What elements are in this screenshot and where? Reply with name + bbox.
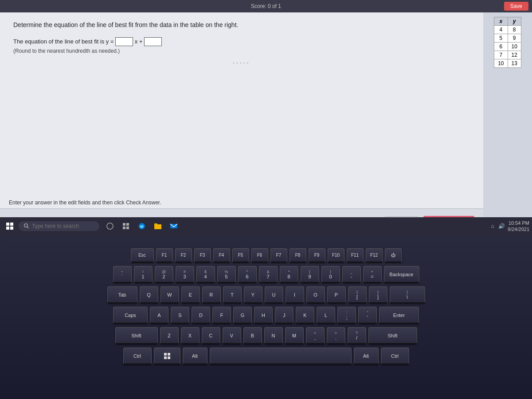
key-3[interactable]: #3	[176, 266, 194, 283]
key-ctrl-left[interactable]: Ctrl	[123, 348, 152, 364]
key-7[interactable]: &7	[259, 266, 278, 283]
key-f1[interactable]: F1	[156, 248, 173, 262]
key-shift-right[interactable]: Shift	[368, 327, 417, 344]
key-f10[interactable]: F10	[328, 248, 344, 262]
taskbar-browser-icon[interactable]	[135, 219, 149, 233]
taskbar-search-box[interactable]	[19, 221, 99, 231]
table-cell-x: 6	[494, 43, 508, 51]
key-u[interactable]: U	[265, 286, 283, 303]
key-space[interactable]	[210, 348, 352, 364]
key-8[interactable]: *8	[280, 266, 298, 283]
key-alt-right[interactable]: Alt	[354, 348, 379, 364]
key-z[interactable]: Z	[160, 327, 179, 344]
key-esc[interactable]: Esc	[131, 248, 154, 262]
key-d[interactable]: D	[192, 307, 210, 324]
key-quote[interactable]: "'	[358, 307, 377, 324]
start-button[interactable]	[3, 219, 17, 233]
col-x-header: x	[494, 17, 508, 26]
hint-text: Enter your answer in the edit fields and…	[0, 197, 483, 208]
taskbar-mail-icon[interactable]	[167, 219, 181, 233]
key-a[interactable]: A	[150, 307, 168, 324]
key-f4[interactable]: F4	[213, 248, 230, 262]
key-w[interactable]: W	[160, 286, 179, 303]
equation-input-intercept[interactable]	[144, 37, 162, 46]
table-cell-y: 13	[508, 59, 521, 68]
key-v[interactable]: V	[223, 327, 241, 344]
key-5[interactable]: %5	[217, 266, 236, 283]
key-n[interactable]: N	[264, 327, 283, 344]
key-k[interactable]: K	[296, 307, 314, 324]
keyboard-bottom-row: Ctrl Alt Alt Ctrl	[123, 348, 409, 364]
taskbar-folder-icon[interactable]	[151, 219, 165, 233]
key-minus[interactable]: _-	[342, 266, 361, 283]
key-j[interactable]: J	[275, 307, 293, 324]
key-bracket-close[interactable]: }]	[369, 286, 387, 303]
key-f5[interactable]: F5	[232, 248, 249, 262]
table-cell-x: 5	[494, 34, 508, 43]
key-y[interactable]: Y	[244, 286, 262, 303]
key-f11[interactable]: F11	[347, 248, 364, 262]
key-2[interactable]: @2	[155, 266, 173, 283]
key-slash[interactable]: ?/	[348, 327, 366, 344]
key-s[interactable]: S	[171, 307, 189, 324]
key-e[interactable]: E	[181, 286, 200, 303]
key-i[interactable]: I	[286, 286, 304, 303]
equation-line: The equation of the line of best fit is …	[13, 37, 470, 46]
key-bracket-open[interactable]: {[	[348, 286, 367, 303]
key-capslock[interactable]: Caps	[113, 307, 148, 324]
key-backtick[interactable]: ~`	[113, 266, 132, 283]
key-enter[interactable]: Enter	[379, 307, 419, 324]
key-f12[interactable]: F12	[366, 248, 383, 262]
key-f6[interactable]: F6	[251, 248, 268, 262]
key-shift-left[interactable]: Shift	[115, 327, 158, 344]
taskbar-icons	[103, 219, 181, 233]
key-b[interactable]: B	[243, 327, 262, 344]
save-button[interactable]: Save	[504, 2, 528, 11]
key-h[interactable]: H	[254, 307, 273, 324]
key-0[interactable]: )0	[321, 266, 340, 283]
table-row: 712	[494, 51, 521, 59]
key-semicolon[interactable]: :;	[337, 307, 356, 324]
key-alt-left[interactable]: Alt	[183, 348, 207, 364]
key-9[interactable]: (9	[301, 266, 319, 283]
key-comma[interactable]: <,	[306, 327, 325, 344]
key-f7[interactable]: F7	[270, 248, 287, 262]
key-f3[interactable]: F3	[194, 248, 211, 262]
key-6[interactable]: ^6	[238, 266, 257, 283]
key-f9[interactable]: F9	[309, 248, 325, 262]
taskbar-search-input[interactable]	[32, 223, 94, 229]
key-power[interactable]: ⏻	[385, 248, 402, 262]
key-backspace[interactable]: Backspace	[384, 266, 419, 283]
keyboard-number-row: ~` !1 @2 #3 $4 %5 ^6 &7 *8 (9 )0 _- += B…	[113, 266, 419, 283]
key-p[interactable]: P	[327, 286, 346, 303]
taskbar-right: ⌂ 🔊 10:54 PM 9/24/2021	[489, 220, 529, 233]
key-c[interactable]: C	[202, 327, 220, 344]
key-f8[interactable]: F8	[289, 248, 306, 262]
equation-input-slope[interactable]	[115, 37, 133, 46]
key-win[interactable]	[154, 348, 180, 364]
key-f[interactable]: F	[212, 307, 231, 324]
key-q[interactable]: Q	[140, 286, 158, 303]
dots-row: .....	[13, 54, 470, 68]
key-4[interactable]: $4	[196, 266, 215, 283]
key-r[interactable]: R	[202, 286, 221, 303]
key-ctrl-right[interactable]: Ctrl	[381, 348, 409, 364]
key-m[interactable]: M	[285, 327, 304, 344]
key-x[interactable]: X	[181, 327, 200, 344]
key-equals[interactable]: +=	[363, 266, 382, 283]
taskbar-circle-icon[interactable]	[103, 219, 117, 233]
key-l[interactable]: L	[317, 307, 335, 324]
key-o[interactable]: O	[306, 286, 325, 303]
key-g[interactable]: G	[233, 307, 252, 324]
key-period[interactable]: >.	[327, 327, 345, 344]
taskbar-grid-icon[interactable]	[119, 219, 133, 233]
key-1[interactable]: !1	[134, 266, 153, 283]
key-backslash[interactable]: |\	[390, 286, 425, 303]
system-tray: ⌂ 🔊	[489, 223, 505, 230]
search-icon	[24, 223, 29, 229]
key-f2[interactable]: F2	[175, 248, 192, 262]
dots: .....	[233, 58, 250, 65]
key-tab[interactable]: Tab	[107, 286, 137, 303]
table-cell-y: 8	[508, 26, 521, 34]
key-t[interactable]: T	[223, 286, 242, 303]
